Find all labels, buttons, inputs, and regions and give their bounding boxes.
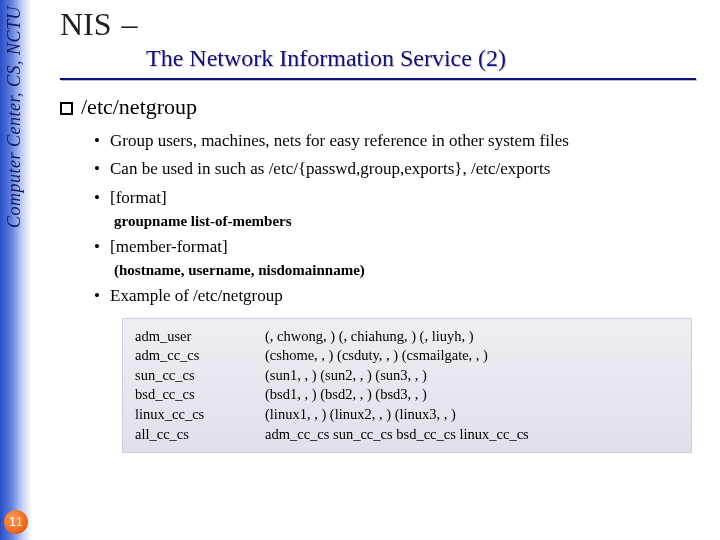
example-name: adm_cc_cs [135,346,265,366]
bullet-item: [format] [94,185,708,211]
table-row: linux_cc_cs (linux1, , ) (linux2, , ) (l… [135,405,679,425]
sub-line: groupname list-of-members [114,213,708,230]
sidebar-gradient: Computer Center, CS, NCTU [0,0,32,540]
bullet-list: [member-format] [94,234,708,260]
slide-content: NIS – The Network Information Service (2… [60,6,708,453]
example-value: (cshome, , ) (csduty, , ) (csmailgate, ,… [265,346,679,366]
sub-line: (hostname, username, nisdomainname) [114,262,708,279]
page-number-badge: 11 [4,510,28,534]
example-value: (bsd1, , ) (bsd2, , ) (bsd3, , ) [265,385,679,405]
example-value: (sun1, , ) (sun2, , ) (sun3, , ) [265,366,679,386]
example-value: (linux1, , ) (linux2, , ) (linux3, , ) [265,405,679,425]
example-value: adm_cc_cs sun_cc_cs bsd_cc_cs linux_cc_c… [265,425,679,445]
title-line: NIS – [60,6,708,43]
example-name: bsd_cc_cs [135,385,265,405]
table-row: bsd_cc_cs (bsd1, , ) (bsd2, , ) (bsd3, ,… [135,385,679,405]
section-heading: /etc/netgroup [60,94,708,120]
bullet-item: Example of /etc/netgroup [94,283,708,309]
bullet-item: Can be used in such as /etc/{passwd,grou… [94,156,708,182]
section-heading-text: /etc/netgroup [81,94,197,120]
example-name: adm_user [135,327,265,347]
sidebar-label: Computer Center, CS, NCTU [4,6,25,228]
example-box: adm_user (, chwong, ) (, chiahung, ) (, … [122,318,692,453]
bullet-list: Example of /etc/netgroup [94,283,708,309]
table-row: adm_cc_cs (cshome, , ) (csduty, , ) (csm… [135,346,679,366]
title-dash: – [122,6,138,43]
example-name: all_cc_cs [135,425,265,445]
table-row: adm_user (, chwong, ) (, chiahung, ) (, … [135,327,679,347]
example-name: sun_cc_cs [135,366,265,386]
example-name: linux_cc_cs [135,405,265,425]
table-row: all_cc_cs adm_cc_cs sun_cc_cs bsd_cc_cs … [135,425,679,445]
subtitle: The Network Information Service (2) [146,45,708,72]
checkbox-bullet-icon [60,102,73,115]
bullet-item: [member-format] [94,234,708,260]
table-row: sun_cc_cs (sun1, , ) (sun2, , ) (sun3, ,… [135,366,679,386]
title-main: NIS [60,6,112,43]
bullet-item: Group users, machines, nets for easy ref… [94,128,708,154]
example-value: (, chwong, ) (, chiahung, ) (, liuyh, ) [265,327,679,347]
divider [60,78,696,80]
bullet-list: Group users, machines, nets for easy ref… [94,128,708,211]
